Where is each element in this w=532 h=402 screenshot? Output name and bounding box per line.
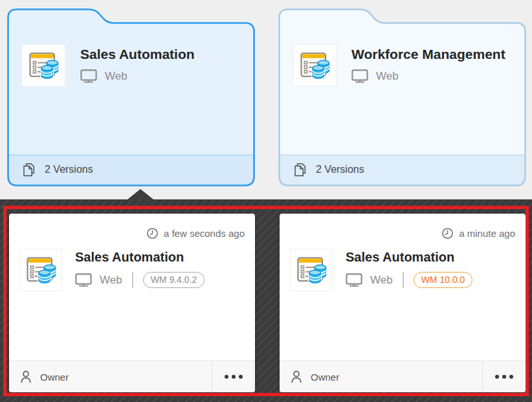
version-badge: WM 10.0.0	[414, 272, 473, 288]
clock-icon	[441, 227, 454, 240]
more-dots-icon	[225, 375, 229, 379]
application-versions-screen: Sales Automation Web 2 Versions	[0, 0, 532, 402]
app-window-with-databases-icon	[25, 254, 57, 286]
owner-label-row: Owner	[280, 361, 482, 392]
person-icon	[289, 370, 304, 384]
pages-icon	[22, 162, 36, 177]
app-folder-workforce-management[interactable]: Workforce Management Web 2 Versions	[278, 6, 526, 186]
version-platform-label: Web	[370, 274, 393, 287]
monitor-icon	[80, 69, 97, 83]
clock-icon	[146, 227, 159, 240]
divider	[132, 272, 133, 288]
pages-icon	[293, 162, 307, 177]
version-badge: WM 9.4.0.2	[143, 272, 205, 288]
app-icon-tile	[21, 44, 65, 87]
folder-versions-label: 2 Versions	[316, 164, 364, 175]
app-folder-sales-automation[interactable]: Sales Automation Web 2 Versions	[7, 6, 255, 186]
person-icon	[19, 370, 33, 384]
more-menu-button[interactable]	[212, 361, 255, 392]
folder-platform-label: Web	[376, 70, 399, 83]
divider	[403, 272, 404, 288]
version-platform-label: Web	[100, 274, 122, 287]
app-icon-tile	[19, 249, 62, 291]
monitor-icon	[75, 273, 92, 287]
app-icon-tile	[290, 249, 333, 291]
version-card-wm-9402[interactable]: a few seconds ago	[9, 214, 255, 392]
version-card-wm-1000[interactable]: a minute ago	[280, 214, 526, 392]
more-menu-button[interactable]	[482, 361, 526, 392]
version-card-title: Sales Automation	[75, 249, 205, 265]
folder-versions-label: 2 Versions	[45, 164, 93, 175]
app-icon-tile	[293, 44, 337, 87]
monitor-icon	[351, 69, 368, 83]
folder-versions-footer: 2 Versions	[278, 155, 526, 184]
owner-label-row: Owner	[9, 361, 212, 392]
app-window-with-databases-icon	[27, 49, 60, 82]
version-timestamp: a few seconds ago	[19, 224, 245, 242]
folder-platform-label: Web	[105, 70, 127, 83]
version-card-title: Sales Automation	[346, 249, 472, 265]
version-timestamp: a minute ago	[290, 224, 515, 242]
expansion-caret	[127, 189, 153, 199]
app-window-with-databases-icon	[295, 254, 327, 286]
folder-title: Workforce Management	[351, 44, 505, 62]
more-dots-icon	[495, 375, 500, 379]
folder-title: Sales Automation	[80, 44, 195, 62]
app-window-with-databases-icon	[298, 49, 331, 82]
folder-versions-footer: 2 Versions	[7, 155, 255, 184]
monitor-icon	[346, 273, 362, 287]
